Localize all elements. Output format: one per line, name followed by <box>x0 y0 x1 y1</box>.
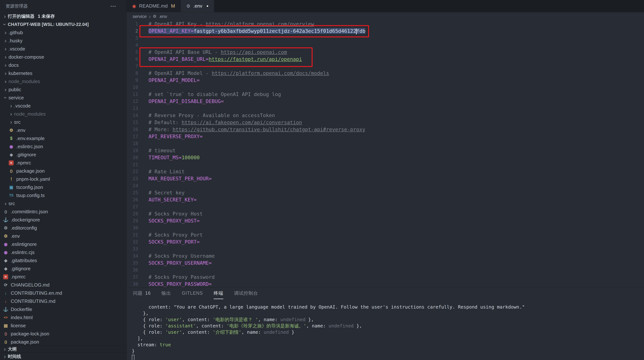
tree-item[interactable]: ›.vscode <box>0 45 126 53</box>
code-line-content[interactable] <box>141 182 148 189</box>
code-editor[interactable]: 1# OpenAI API Key - https://platform.ope… <box>127 20 644 288</box>
code-line-content[interactable]: SOCKS_PROXY_PASSWORD= <box>141 281 212 288</box>
breadcrumb-item[interactable]: .env <box>159 14 167 19</box>
terminal[interactable]: content: "You are ChatGPT, a large langu… <box>127 299 644 360</box>
tree-item[interactable]: ◆.gitignore <box>0 265 126 273</box>
code-line-content[interactable] <box>141 161 148 168</box>
tree-item[interactable]: ↓CONTRIBUTING.en.md <box>0 289 126 297</box>
code-line-content[interactable]: # Reverse Proxy - Available on accessTok… <box>141 112 275 119</box>
code-line-content[interactable]: MAX_REQUEST_PER_HOUR= <box>141 175 212 182</box>
tree-item[interactable]: <>index.html <box>0 313 126 322</box>
line-number: 17 <box>127 133 141 140</box>
panel-tab[interactable]: 终端 <box>214 288 223 299</box>
editor-tab[interactable]: ◉README.mdM <box>127 0 181 12</box>
tree-item[interactable]: n.npmrc <box>0 159 126 167</box>
panel-tab[interactable]: 调试控制台 <box>234 288 258 299</box>
tree-item[interactable]: {}package.json <box>0 167 126 175</box>
code-line-content[interactable]: # OpenAI API Base URL - https://api.open… <box>141 49 287 56</box>
tree-item[interactable]: ›public <box>0 85 126 94</box>
breadcrumb-item[interactable]: service <box>132 14 147 19</box>
tree-item[interactable]: ›src <box>0 118 126 126</box>
code-line-content[interactable] <box>141 203 148 210</box>
tree-item[interactable]: ⚓.dockerignore <box>0 216 126 224</box>
tree-item[interactable]: ›.husky <box>0 37 126 45</box>
terminal-line: content: "You are ChatGPT, a large langu… <box>132 304 644 310</box>
code-line-content[interactable]: OPENAI_API_MODEL= <box>141 77 200 84</box>
tree-item[interactable]: {}package-lock.json <box>0 330 126 338</box>
code-line-content[interactable]: SOCKS_PROXY_HOST= <box>141 217 200 224</box>
tree-item[interactable]: ◆.gitignore <box>0 151 126 159</box>
code-line-content[interactable]: API_REVERSE_PROXY= <box>141 133 203 140</box>
code-line-content[interactable]: # Socks Proxy Host <box>141 210 203 217</box>
code-token: https://github.com/transitive-bullshit/c… <box>172 126 365 132</box>
code-line-content[interactable] <box>141 105 148 112</box>
tree-item[interactable]: n.npmrc <box>0 273 126 281</box>
tree-item[interactable]: ◉.eslintignore <box>0 240 126 248</box>
tree-item[interactable]: TStsup.config.ts <box>0 191 126 199</box>
tree-item[interactable]: ⚙.env <box>0 126 126 134</box>
code-line-content[interactable]: # Secret key <box>141 189 184 196</box>
panel-tab[interactable]: 问题16 <box>133 288 151 299</box>
tree-item[interactable]: {}package.json <box>0 338 126 345</box>
open-editors-section[interactable]: › 打开的编辑器 1 未保存 <box>0 12 126 20</box>
panel-tab-label: 输出 <box>162 290 171 296</box>
tree-item[interactable]: ◆.gitattributes <box>0 256 126 265</box>
code-line-content[interactable]: SOCKS_PROXY_USERNAME= <box>141 260 212 267</box>
tree-item[interactable]: ↓CONTRIBUTING.md <box>0 297 126 305</box>
tree-item[interactable]: ›kubernetes <box>0 69 126 77</box>
tree-item[interactable]: ⚙.env <box>0 232 126 240</box>
code-line-content[interactable]: # Rate Limit <box>141 168 184 175</box>
code-line-content[interactable] <box>141 84 148 91</box>
code-line-content[interactable] <box>141 42 148 49</box>
tree-item[interactable]: ›docker-compose <box>0 53 126 61</box>
code-line-content[interactable]: AUTH_SECRET_KEY= <box>141 196 197 203</box>
tree-item[interactable]: ▣tsconfig.json <box>0 183 126 191</box>
tree-item[interactable]: ›node_modules <box>0 110 126 118</box>
code-line-content[interactable]: # Socks Proxy Port <box>141 231 203 238</box>
code-line-content[interactable] <box>141 34 148 42</box>
code-line-content[interactable]: # timeout <box>141 147 176 154</box>
tree-item[interactable]: ›service <box>0 94 126 102</box>
tree-item[interactable]: ›src <box>0 199 126 208</box>
project-root-section[interactable]: › CHATGPT-WEB [WSL: UBUNTU-22.04] <box>0 20 126 28</box>
tree-item-label: docs <box>8 62 19 68</box>
tree-item[interactable]: ›.github <box>0 28 126 37</box>
tree-item[interactable]: ⚓Dockerfile <box>0 305 126 313</box>
code-token: https://fastgpt.run/api/openapi <box>209 56 302 62</box>
code-line-content[interactable]: # set `true` to disable OpenAI API debug… <box>141 91 281 98</box>
code-line-content[interactable]: # OpenAI API Model - https://platform.op… <box>141 70 329 77</box>
code-line-content[interactable]: SOCKS_PROXY_PORT= <box>141 238 200 246</box>
code-line-content[interactable]: # More: https://github.com/transitive-bu… <box>141 126 365 133</box>
panel-tab[interactable]: 输出 <box>162 288 171 299</box>
tree-item[interactable]: !pnpm-lock.yaml <box>0 175 126 183</box>
code-line-content[interactable] <box>141 246 148 253</box>
timeline-section[interactable]: › 时间线 <box>0 353 126 360</box>
tree-item[interactable]: $.env.example <box>0 134 126 142</box>
editor-tab[interactable]: ⚙.env● <box>181 0 214 12</box>
tree-item[interactable]: ◉.eslintrc.cjs <box>0 248 126 256</box>
tree-item[interactable]: ▤license <box>0 322 126 330</box>
code-line-content[interactable]: OPENAI_API_BASE_URL=https://fastgpt.run/… <box>141 56 302 63</box>
code-line-content[interactable]: # Default: https://ai.fakeopen.com/api/c… <box>141 119 302 126</box>
code-line-content[interactable]: # Socks Proxy Username <box>141 253 215 260</box>
outline-section[interactable]: › 大纲 <box>0 345 126 353</box>
panel-tab[interactable]: GITLENS <box>182 288 203 299</box>
code-line-content[interactable] <box>141 140 148 147</box>
tree-item[interactable]: ›node_modules <box>0 77 126 85</box>
code-line-content[interactable]: # Socks Proxy Password <box>141 274 215 281</box>
code-line-content[interactable] <box>141 63 148 70</box>
tree-item[interactable]: ⚙.editorconfig <box>0 224 126 232</box>
tree-item[interactable]: ◉.eslintrc.json <box>0 142 126 151</box>
code-line-content[interactable]: # OpenAI API Key - https://platform.open… <box>141 20 314 27</box>
code-line-content[interactable] <box>141 224 148 231</box>
tree-item[interactable]: {}.commitlintrc.json <box>0 208 126 216</box>
code-line-content[interactable]: TIMEOUT_MS=100000 <box>141 154 200 161</box>
line-number: 25 <box>127 189 141 196</box>
code-line-content[interactable] <box>141 267 148 274</box>
more-actions-icon[interactable]: ⋯ <box>110 2 116 10</box>
code-line-content[interactable]: OPENAI_API_KEY=fastgpt-y6b3axfbdd5wyp011… <box>141 27 365 34</box>
tree-item[interactable]: ›docs <box>0 61 126 69</box>
code-line-content[interactable]: OPENAI_API_DISABLE_DEBUG= <box>141 98 224 105</box>
tree-item[interactable]: ⟳CHANGELOG.md <box>0 281 126 289</box>
tree-item[interactable]: ›.vscode <box>0 102 126 110</box>
